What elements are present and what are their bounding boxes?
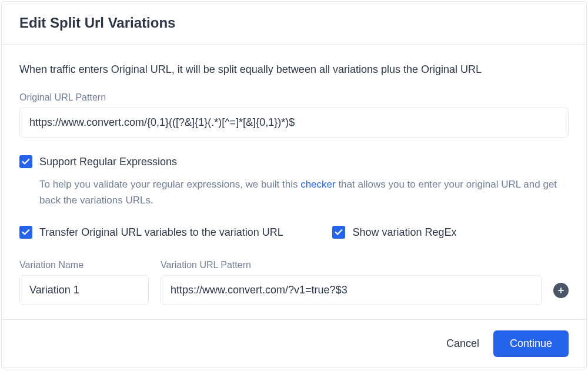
plus-icon: [557, 286, 565, 295]
variation-name-input[interactable]: [19, 275, 149, 305]
cancel-button[interactable]: Cancel: [446, 337, 479, 350]
original-url-input[interactable]: [19, 108, 569, 138]
variation-url-input[interactable]: [161, 275, 542, 305]
options-row: Transfer Original URL variables to the v…: [19, 226, 569, 239]
description-text: When traffic enters Original URL, it wil…: [19, 63, 569, 76]
regex-checkbox-row: Support Regular Expressions To help you …: [19, 155, 569, 208]
helper-before: To help you validate your regular expres…: [39, 179, 300, 190]
regex-checkbox-label: Support Regular Expressions: [39, 156, 177, 168]
variation-url-col: Variation URL Pattern: [161, 260, 542, 305]
continue-button[interactable]: Continue: [493, 330, 569, 357]
panel-header: Edit Split Url Variations: [2, 2, 586, 45]
transfer-checkbox[interactable]: [19, 226, 32, 239]
variation-url-label: Variation URL Pattern: [161, 260, 542, 270]
transfer-checkbox-group: Transfer Original URL variables to the v…: [19, 226, 332, 239]
page-title: Edit Split Url Variations: [19, 15, 569, 31]
original-url-field: Original URL Pattern: [19, 92, 569, 138]
check-icon: [21, 157, 31, 166]
add-variation-button[interactable]: [553, 283, 569, 298]
show-regex-checkbox-group: Show variation RegEx: [332, 226, 569, 239]
transfer-checkbox-label: Transfer Original URL variables to the v…: [39, 226, 283, 239]
regex-checkbox[interactable]: [19, 155, 32, 168]
add-button-col: [553, 283, 569, 305]
show-regex-checkbox-label: Show variation RegEx: [352, 226, 456, 239]
original-url-label: Original URL Pattern: [19, 92, 569, 103]
variation-name-label: Variation Name: [19, 260, 149, 270]
checker-link[interactable]: checker: [300, 179, 336, 190]
show-regex-checkbox[interactable]: [332, 226, 345, 239]
panel-footer: Cancel Continue: [2, 319, 586, 367]
check-icon: [334, 228, 343, 237]
panel-body: When traffic enters Original URL, it wil…: [2, 45, 586, 319]
variation-row: Variation Name Variation URL Pattern: [19, 260, 569, 305]
regex-helper-text: To help you validate your regular expres…: [39, 176, 569, 208]
split-url-panel: Edit Split Url Variations When traffic e…: [1, 1, 587, 368]
variation-name-col: Variation Name: [19, 260, 149, 305]
check-icon: [21, 228, 31, 237]
